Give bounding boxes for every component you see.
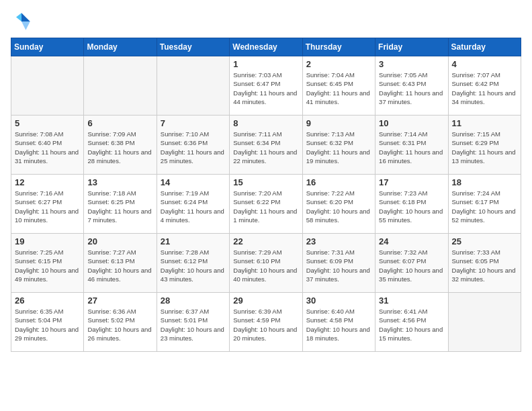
calendar-cell: 5Sunrise: 7:08 AMSunset: 6:40 PMDaylight…	[11, 116, 84, 175]
day-number: 1	[233, 59, 298, 69]
calendar: SundayMondayTuesdayWednesdayThursdayFrid…	[11, 38, 521, 352]
day-number: 13	[87, 177, 152, 187]
calendar-cell: 6Sunrise: 7:09 AMSunset: 6:38 PMDaylight…	[84, 116, 157, 175]
calendar-cell: 12Sunrise: 7:16 AMSunset: 6:27 PMDayligh…	[11, 175, 84, 234]
day-info: Sunrise: 7:24 AMSunset: 6:17 PMDaylight:…	[452, 189, 517, 224]
day-number: 15	[233, 177, 298, 187]
calendar-cell: 1Sunrise: 7:03 AMSunset: 6:47 PMDaylight…	[230, 56, 302, 116]
calendar-cell: 7Sunrise: 7:10 AMSunset: 6:36 PMDaylight…	[157, 116, 229, 175]
calendar-cell: 19Sunrise: 7:25 AMSunset: 6:15 PMDayligh…	[11, 234, 84, 293]
week-row-4: 19Sunrise: 7:25 AMSunset: 6:15 PMDayligh…	[11, 234, 521, 293]
calendar-cell: 27Sunrise: 6:36 AMSunset: 5:02 PMDayligh…	[84, 293, 157, 352]
calendar-cell: 20Sunrise: 7:27 AMSunset: 6:13 PMDayligh…	[84, 234, 157, 293]
week-row-2: 5Sunrise: 7:08 AMSunset: 6:40 PMDaylight…	[11, 116, 521, 175]
day-info: Sunrise: 7:25 AMSunset: 6:15 PMDaylight:…	[15, 248, 80, 283]
day-info: Sunrise: 6:36 AMSunset: 5:02 PMDaylight:…	[87, 307, 152, 342]
calendar-header-wednesday: Wednesday	[230, 38, 302, 56]
svg-marker-2	[21, 21, 30, 30]
calendar-cell	[11, 56, 84, 116]
day-number: 29	[233, 295, 298, 306]
day-number: 18	[452, 177, 517, 187]
day-number: 23	[306, 236, 371, 246]
day-number: 27	[87, 295, 152, 306]
calendar-cell: 10Sunrise: 7:14 AMSunset: 6:31 PMDayligh…	[375, 116, 448, 175]
day-number: 17	[379, 177, 444, 187]
day-info: Sunrise: 7:32 AMSunset: 6:07 PMDaylight:…	[379, 248, 444, 283]
day-number: 2	[306, 59, 371, 69]
calendar-cell: 9Sunrise: 7:13 AMSunset: 6:32 PMDaylight…	[302, 116, 375, 175]
day-number: 6	[87, 118, 152, 128]
calendar-cell: 4Sunrise: 7:07 AMSunset: 6:42 PMDaylight…	[448, 56, 521, 116]
calendar-header-saturday: Saturday	[448, 38, 521, 56]
day-info: Sunrise: 7:05 AMSunset: 6:43 PMDaylight:…	[379, 71, 444, 106]
day-number: 16	[306, 177, 371, 187]
calendar-cell: 16Sunrise: 7:22 AMSunset: 6:20 PMDayligh…	[302, 175, 375, 234]
day-info: Sunrise: 7:31 AMSunset: 6:09 PMDaylight:…	[306, 248, 371, 283]
logo-icon	[11, 11, 32, 32]
calendar-cell	[448, 293, 521, 352]
day-info: Sunrise: 7:09 AMSunset: 6:38 PMDaylight:…	[87, 130, 152, 165]
day-number: 5	[15, 118, 80, 128]
day-info: Sunrise: 7:33 AMSunset: 6:05 PMDaylight:…	[452, 248, 517, 283]
week-row-3: 12Sunrise: 7:16 AMSunset: 6:27 PMDayligh…	[11, 175, 521, 234]
day-number: 12	[15, 177, 80, 187]
day-number: 8	[233, 118, 298, 128]
week-row-5: 26Sunrise: 6:35 AMSunset: 5:04 PMDayligh…	[11, 293, 521, 352]
day-info: Sunrise: 7:11 AMSunset: 6:34 PMDaylight:…	[233, 130, 298, 165]
calendar-cell: 2Sunrise: 7:04 AMSunset: 6:45 PMDaylight…	[302, 56, 375, 116]
calendar-cell: 14Sunrise: 7:19 AMSunset: 6:24 PMDayligh…	[157, 175, 229, 234]
day-number: 31	[379, 295, 444, 306]
day-number: 9	[306, 118, 371, 128]
calendar-cell: 18Sunrise: 7:24 AMSunset: 6:17 PMDayligh…	[448, 175, 521, 234]
day-number: 19	[15, 236, 80, 246]
calendar-cell: 11Sunrise: 7:15 AMSunset: 6:29 PMDayligh…	[448, 116, 521, 175]
day-info: Sunrise: 7:18 AMSunset: 6:25 PMDaylight:…	[87, 189, 152, 224]
day-info: Sunrise: 6:35 AMSunset: 5:04 PMDaylight:…	[15, 307, 80, 342]
calendar-cell: 25Sunrise: 7:33 AMSunset: 6:05 PMDayligh…	[448, 234, 521, 293]
week-row-1: 1Sunrise: 7:03 AMSunset: 6:47 PMDaylight…	[11, 56, 521, 116]
day-number: 7	[161, 118, 226, 128]
calendar-header-row: SundayMondayTuesdayWednesdayThursdayFrid…	[11, 38, 521, 56]
calendar-cell: 8Sunrise: 7:11 AMSunset: 6:34 PMDaylight…	[230, 116, 302, 175]
calendar-cell: 28Sunrise: 6:37 AMSunset: 5:01 PMDayligh…	[157, 293, 229, 352]
day-info: Sunrise: 7:19 AMSunset: 6:24 PMDaylight:…	[161, 189, 226, 224]
calendar-cell: 23Sunrise: 7:31 AMSunset: 6:09 PMDayligh…	[302, 234, 375, 293]
day-info: Sunrise: 7:03 AMSunset: 6:47 PMDaylight:…	[233, 71, 298, 106]
day-info: Sunrise: 6:41 AMSunset: 4:56 PMDaylight:…	[379, 307, 444, 342]
calendar-cell: 22Sunrise: 7:29 AMSunset: 6:10 PMDayligh…	[230, 234, 302, 293]
calendar-cell: 26Sunrise: 6:35 AMSunset: 5:04 PMDayligh…	[11, 293, 84, 352]
day-number: 25	[452, 236, 517, 246]
svg-marker-1	[16, 13, 21, 21]
calendar-cell: 3Sunrise: 7:05 AMSunset: 6:43 PMDaylight…	[375, 56, 448, 116]
day-number: 20	[87, 236, 152, 246]
day-info: Sunrise: 7:08 AMSunset: 6:40 PMDaylight:…	[15, 130, 80, 165]
calendar-cell: 24Sunrise: 7:32 AMSunset: 6:07 PMDayligh…	[375, 234, 448, 293]
calendar-cell	[84, 56, 157, 116]
calendar-cell	[157, 56, 229, 116]
day-number: 4	[452, 59, 517, 69]
day-info: Sunrise: 7:13 AMSunset: 6:32 PMDaylight:…	[306, 130, 371, 165]
svg-marker-0	[21, 13, 30, 21]
day-info: Sunrise: 6:39 AMSunset: 4:59 PMDaylight:…	[233, 307, 298, 342]
calendar-header-sunday: Sunday	[11, 38, 84, 56]
day-number: 11	[452, 118, 517, 128]
day-info: Sunrise: 7:04 AMSunset: 6:45 PMDaylight:…	[306, 71, 371, 106]
day-info: Sunrise: 7:23 AMSunset: 6:18 PMDaylight:…	[379, 189, 444, 224]
calendar-header-monday: Monday	[84, 38, 157, 56]
calendar-cell: 15Sunrise: 7:20 AMSunset: 6:22 PMDayligh…	[230, 175, 302, 234]
day-info: Sunrise: 7:28 AMSunset: 6:12 PMDaylight:…	[161, 248, 226, 283]
calendar-cell: 13Sunrise: 7:18 AMSunset: 6:25 PMDayligh…	[84, 175, 157, 234]
day-info: Sunrise: 7:10 AMSunset: 6:36 PMDaylight:…	[161, 130, 226, 165]
day-info: Sunrise: 7:14 AMSunset: 6:31 PMDaylight:…	[379, 130, 444, 165]
day-number: 21	[161, 236, 226, 246]
day-info: Sunrise: 6:40 AMSunset: 4:58 PMDaylight:…	[306, 307, 371, 342]
day-info: Sunrise: 7:15 AMSunset: 6:29 PMDaylight:…	[452, 130, 517, 165]
calendar-cell: 21Sunrise: 7:28 AMSunset: 6:12 PMDayligh…	[157, 234, 229, 293]
day-info: Sunrise: 6:37 AMSunset: 5:01 PMDaylight:…	[161, 307, 226, 342]
calendar-header-friday: Friday	[375, 38, 448, 56]
day-info: Sunrise: 7:16 AMSunset: 6:27 PMDaylight:…	[15, 189, 80, 224]
day-number: 10	[379, 118, 444, 128]
calendar-cell: 30Sunrise: 6:40 AMSunset: 4:58 PMDayligh…	[302, 293, 375, 352]
day-info: Sunrise: 7:27 AMSunset: 6:13 PMDaylight:…	[87, 248, 152, 283]
page-header	[11, 11, 521, 32]
